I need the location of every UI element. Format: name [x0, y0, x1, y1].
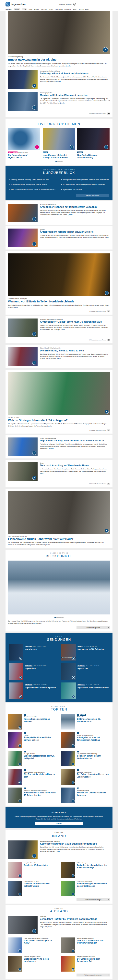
- play-icon[interactable]: [104, 145, 108, 149]
- sendung-item[interactable]: SENDUNG 26.12.2025 • 23:15 Uhr tagesscha…: [61, 663, 109, 680]
- media-icon[interactable]: [18, 781, 21, 784]
- article-title[interactable]: Bilder des Tages vom 26. Dezember 2025: [77, 718, 110, 723]
- article-title[interactable]: Digitalminister zeigt sich offen für Soc…: [40, 439, 110, 442]
- mehr-link[interactable]: | mehr: [68, 214, 73, 216]
- mehr-link[interactable]: | mehr: [66, 65, 71, 67]
- article-thumbnail[interactable]: [8, 751, 22, 766]
- article-thumbnail[interactable]: [61, 751, 75, 766]
- article-title[interactable]: USA stehen "voll und ganz zur NATO": [24, 939, 57, 944]
- play-icon[interactable]: [70, 145, 74, 149]
- live-item[interactable]: LIVESTREAM ARD-Programm Die Nachrichten …: [8, 128, 40, 159]
- live-item[interactable]: VIDEO New Yorks Bürgerm. Amtseinführung: [77, 128, 110, 159]
- article-title[interactable]: Der Schnee kommt wohl erst zum Jahreswec…: [77, 773, 110, 778]
- carousel-dot[interactable]: [58, 617, 60, 618]
- nav-item[interactable]: Ukraine: [14, 8, 20, 10]
- hero-image[interactable]: [8, 11, 110, 54]
- weitere-inlandsmeldungen-button[interactable]: Weitere Inlandsmeldungen: [76, 898, 110, 901]
- sendung-title[interactable]: tagesschau in Einfacher Sprache: [25, 687, 56, 689]
- ressort-grid-item[interactable]: Heiliges Jahr geht zu Ende Erste Heilige…: [8, 956, 57, 972]
- video-thumbnail[interactable]: [61, 663, 76, 680]
- carousel-dot[interactable]: [57, 617, 58, 618]
- mehr-link[interactable]: | mehr: [47, 425, 52, 427]
- article-thumbnail[interactable]: [8, 862, 22, 878]
- article-thumbnail[interactable]: [8, 491, 110, 534]
- weitere-auslandsmeldungen-button[interactable]: Weitere Auslandsmeldungen: [76, 974, 110, 977]
- topten-item[interactable]: 8 Deutscher Wetterdienst Der Schnee komm…: [61, 769, 110, 785]
- article-title[interactable]: Armeesender "Galatz" droht nach 75 Jahre…: [24, 792, 57, 797]
- article-thumbnail[interactable]: [8, 318, 37, 337]
- ressort-grid-item[interactable]: Organisierte Kriminalität Richter beklag…: [61, 881, 110, 896]
- nav-item[interactable]: Startseite: [5, 9, 12, 10]
- article-thumbnail[interactable]: [61, 732, 75, 748]
- article-thumbnail[interactable]: [8, 204, 37, 222]
- article-title[interactable]: Keine Beteiligung an Gaza-Stabilisierung…: [40, 842, 110, 845]
- article-title[interactable]: Moskau will Ukraine-Plan nicht bewerten: [40, 94, 110, 97]
- hamburger-menu-icon[interactable]: [109, 3, 113, 5]
- hero-title[interactable]: Erneut Raketenalarm in der Ukraine: [8, 58, 110, 61]
- mehr-link[interactable]: | mehr: [45, 544, 50, 546]
- carousel-dot[interactable]: [61, 161, 63, 162]
- article-thumbnail[interactable]: [8, 253, 110, 296]
- media-icon[interactable]: [32, 217, 36, 221]
- topten-item[interactable]: 3 Silvester Ärztepräsident fordert Verbo…: [8, 732, 57, 748]
- topten-item[interactable]: 2BILDER Blickpunkte Bilder des Tages vom…: [61, 714, 110, 730]
- mehr-link[interactable]: | mehr: [56, 851, 60, 853]
- media-icon[interactable]: [71, 781, 74, 784]
- article-thumbnail[interactable]: [8, 438, 37, 456]
- topten-item[interactable]: 5 IS-Lager im Visier Welche Strategie fa…: [8, 751, 57, 766]
- carousel-dot[interactable]: [60, 161, 61, 162]
- article-title[interactable]: Zehn Jahre Haft für Ex-Präsident Yoon be…: [40, 918, 110, 921]
- article-thumbnail[interactable]: [8, 229, 37, 247]
- video-thumbnail[interactable]: [61, 682, 76, 699]
- nav-item[interactable]: Investigativ: [65, 9, 71, 10]
- neueste-nachrichten-button[interactable]: Neueste Nachrichten: [76, 194, 109, 197]
- topten-item[interactable]: 9 Beschluss des israelischen Kabinetts A…: [8, 788, 57, 803]
- topten-item[interactable]: 10 Friedensgespräche Moskau will Ukraine…: [61, 788, 110, 803]
- nav-item[interactable]: Faktenfinder: [55, 9, 63, 10]
- media-icon[interactable]: [71, 800, 74, 802]
- carousel-dot[interactable]: [55, 617, 56, 618]
- article-title[interactable]: Das letzte Weihnachtsfest: [24, 864, 48, 867]
- play-icon[interactable]: [103, 47, 108, 52]
- media-icon[interactable]: [18, 800, 21, 802]
- live-thumbnail[interactable]: [8, 128, 40, 150]
- sendung-item[interactable]: ute Raketenangriffe auf 2 Min VIDEO 27.1…: [61, 644, 109, 660]
- carousel-dot[interactable]: [62, 617, 63, 618]
- topten-item[interactable]: 7 EU und die US-Sicherheitsdoktrin Die E…: [8, 769, 57, 785]
- media-icon[interactable]: [18, 726, 21, 729]
- media-icon[interactable]: [32, 242, 36, 246]
- article-title[interactable]: Der Lotto-Kiosk mit dem besonderen Ruf: [77, 958, 110, 963]
- article-title[interactable]: Tote nach Anschlag auf Moschee in Homs: [40, 464, 110, 467]
- ressort-grid-item[interactable]: US-Bundesstaat Kalifornien Tote durch Wi…: [61, 937, 110, 953]
- play-icon[interactable]: [35, 145, 39, 149]
- article-title[interactable]: Die Erkenntnis, allein zu Haus zu sein: [24, 773, 57, 778]
- nav-item[interactable]: Wetter: [73, 9, 77, 10]
- article-thumbnail[interactable]: [8, 788, 22, 803]
- article-title[interactable]: Frei offen für Überarbeitung des Koaliti…: [77, 864, 110, 869]
- mehr-link[interactable]: | mehr: [60, 102, 65, 104]
- mehr-link[interactable]: | mehr: [105, 237, 109, 238]
- article-thumbnail[interactable]: [8, 372, 110, 415]
- video-thumbnail[interactable]: [9, 663, 23, 680]
- article-thumbnail[interactable]: [61, 714, 75, 730]
- live-thumbnail[interactable]: 2 Min: [43, 128, 75, 150]
- media-icon[interactable]: [32, 476, 36, 480]
- media-icon[interactable]: [18, 892, 21, 896]
- live-title[interactable]: Die Nachrichten auf tagesschau24: [8, 154, 40, 159]
- article-title[interactable]: Eisbachwelle zurück - aber wohl nicht au…: [8, 538, 110, 541]
- tagesschau-logo[interactable]: 1 tagesschau: [5, 2, 26, 6]
- sendung-item[interactable]: SENDUNG 26.12.2025 • 20:00 Uhr tagesscha…: [61, 682, 109, 699]
- teaser-thumbnail[interactable]: [8, 92, 37, 111]
- article-title[interactable]: Arbeitgeber rechnen mit fortgesetztem Jo…: [77, 737, 110, 741]
- sendung-title[interactable]: tagesschau in 100 Sekunden: [78, 648, 104, 651]
- more-media-row[interactable]: Weiteres Video zum Thema: [8, 339, 110, 341]
- media-icon[interactable]: [71, 968, 74, 971]
- nav-item[interactable]: Wissen: [49, 9, 53, 10]
- article-thumbnail[interactable]: [8, 462, 37, 481]
- article-thumbnail[interactable]: [61, 769, 75, 785]
- ressort-grid-item[interactable]: Bundesagentur für Arbeit Chancen für Arb…: [8, 881, 57, 896]
- media-icon[interactable]: [71, 763, 74, 765]
- mehr-link[interactable]: | mehr: [14, 306, 18, 308]
- article-title[interactable]: Ärztepräsident fordert Verbot privater B…: [24, 737, 57, 741]
- media-icon[interactable]: [18, 744, 21, 747]
